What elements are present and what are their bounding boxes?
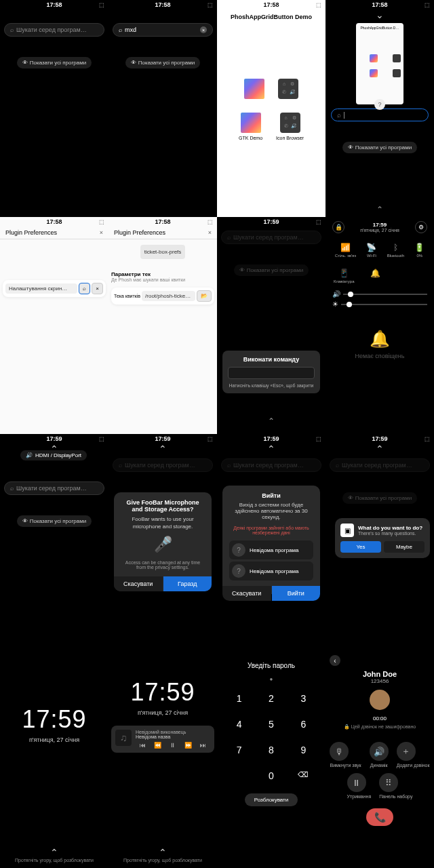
dnd-toggle[interactable]: 🔔	[370, 269, 380, 283]
keyboard-toggle[interactable]: 📱Клавіатура	[334, 269, 354, 283]
dialpad-button[interactable]: ⠿	[379, 773, 398, 792]
open-folder-button[interactable]: 📂	[197, 290, 212, 302]
status-time: 17:58	[46, 1, 62, 8]
call-duration: 00:00	[326, 715, 434, 722]
logout-button[interactable]: Вийти	[272, 586, 321, 601]
chevron-up-icon[interactable]: ⌃	[108, 443, 217, 454]
rewind-button[interactable]: ⏪	[154, 742, 161, 749]
pin-entry: Уведіть пароль ● 1 2 3 4 5 6 7 8 9 0 ⌫ Р…	[217, 651, 326, 868]
app-launcher[interactable]: ⌂⚙✆🔊	[278, 79, 298, 102]
audio-output-pill[interactable]: 🔊HDMI / DisplayPort	[20, 450, 87, 460]
battery-icon: 🔋	[414, 243, 425, 252]
hold-button[interactable]: ⏸	[347, 773, 366, 792]
bell-icon: 🔔	[326, 330, 434, 349]
keypad-3[interactable]: 3	[292, 690, 315, 707]
app-launcher[interactable]	[244, 79, 264, 102]
cancel-button[interactable]: Скасувати	[222, 586, 271, 601]
app-icon: ▣	[340, 524, 354, 537]
mute-button[interactable]: 🎙	[330, 742, 349, 761]
question-icon: ?	[232, 543, 245, 557]
chevron-up-icon[interactable]: ⌃	[108, 847, 217, 858]
keypad-4[interactable]: 4	[228, 716, 250, 732]
keypad-2[interactable]: 2	[260, 690, 282, 707]
app-icon: ⌂⚙✆🔊	[280, 113, 300, 133]
app-row: ?Невідома програма	[229, 561, 313, 580]
chevron-down-icon[interactable]: ⌄	[326, 9, 434, 20]
speaker-button[interactable]: 🔊	[370, 742, 389, 761]
clear-icon[interactable]: ×	[200, 26, 207, 33]
clock: 17:59	[0, 705, 108, 734]
close-icon[interactable]: ×	[208, 229, 212, 236]
dialog-title: Виконати команду	[228, 356, 315, 363]
brightness-slider[interactable]	[341, 304, 427, 305]
search-input[interactable]: ⌕ mxd ×	[113, 23, 213, 37]
show-all-apps-button[interactable]: 👁Показати усі програми	[17, 57, 92, 68]
handle-up-icon[interactable]: ⌃	[376, 205, 383, 214]
cancel-button[interactable]: Скасувати	[114, 576, 163, 591]
run-command-overlay: 17:59⬚ ⌕Шукати серед програм… 👁Показати …	[217, 217, 326, 434]
search-button[interactable]: ⌕	[79, 283, 90, 294]
ok-button[interactable]: Гаразд	[163, 576, 212, 591]
wifi-toggle[interactable]: 📡Wi-Fi	[366, 243, 376, 258]
search-input[interactable]: ⌕Шукати серед програм…	[4, 481, 104, 495]
handle-up-icon[interactable]: ⌃	[268, 416, 275, 426]
call-screen: ‹ John Doe 123456 00:00 🔒 Цей дзвінок не…	[326, 651, 434, 868]
notification-title: What do you want to do?	[358, 525, 422, 531]
dialog-title: Give FooBar Microphone and Storage Acces…	[121, 499, 205, 513]
command-input[interactable]	[228, 367, 315, 379]
remove-button[interactable]: ×	[92, 283, 103, 294]
settings-button[interactable]: ⚙	[415, 221, 427, 233]
permission-dialog: Give FooBar Microphone and Storage Acces…	[114, 492, 212, 591]
ticket-box-card[interactable]: ticket-box-prefs	[140, 245, 186, 259]
backspace-button[interactable]: ⌫	[292, 768, 315, 784]
show-all-apps-button[interactable]: 👁Показати усі програми	[342, 142, 417, 153]
keypad-9[interactable]: 9	[292, 742, 315, 758]
keypad-0[interactable]: 0	[260, 768, 282, 784]
window-title: Plugin Preferences	[114, 229, 165, 236]
keypad-7[interactable]: 7	[228, 742, 250, 758]
forward-button[interactable]: ⏩	[184, 742, 192, 749]
show-all-apps-button[interactable]: 👁Показати усі програми	[125, 57, 200, 68]
yes-button[interactable]: Yes	[340, 541, 381, 553]
close-icon[interactable]: ×	[100, 229, 103, 236]
show-all-apps-button[interactable]: 👁Показати усі програми	[17, 515, 92, 527]
brightness-icon: ☀	[332, 300, 338, 308]
hangup-button[interactable]: 📞	[366, 808, 393, 826]
keypad-8[interactable]: 8	[260, 742, 282, 758]
bluetooth-toggle[interactable]: ᛒBluetooth	[387, 243, 404, 258]
battery-icon: ⬚	[99, 2, 104, 8]
volume-icon: 🔊	[332, 290, 340, 298]
chevron-up-icon[interactable]: ⌃	[326, 443, 434, 454]
phone-icon: 📱	[334, 269, 354, 278]
next-button[interactable]: ⏭	[200, 742, 206, 749]
keypad-5[interactable]: 5	[260, 716, 282, 732]
cellular-toggle[interactable]: 📶Стіль. зв'яз	[335, 243, 356, 258]
media-widget[interactable]: ♫ Невідомий виконавець Невідома назва ⏮ …	[111, 726, 214, 753]
app-preview[interactable]: PhoshAppGridButton D… ?	[356, 23, 403, 104]
app-launcher[interactable]: ⌂⚙✆🔊Icon Browser	[276, 113, 304, 140]
volume-slider[interactable]	[343, 294, 427, 295]
notification-shade: 🔒 17:59 п'ятниця, 27 січня ⚙ 📶Стіль. зв'…	[326, 217, 434, 434]
cube-icon	[241, 113, 261, 133]
section-title: Параметри тек	[111, 271, 214, 277]
unlock-button[interactable]: Розблокувати	[245, 793, 298, 806]
field-label: Тека квитків	[114, 294, 140, 298]
lock-button[interactable]: 🔒	[332, 221, 344, 233]
prev-button[interactable]: ⏮	[140, 742, 146, 749]
search-input[interactable]: ⌕	[331, 108, 429, 121]
chevron-up-icon[interactable]: ⌃	[0, 847, 108, 858]
search-input[interactable]: ⌕ Шукати серед програм…	[4, 23, 104, 37]
keypad-1[interactable]: 1	[228, 690, 250, 707]
logout-dialog-panel: 17:59⬚ ⌃ ⌕Шукати серед програм… 👁Показат…	[217, 434, 326, 651]
keypad-6[interactable]: 6	[292, 716, 315, 732]
battery-toggle[interactable]: 🔋0%	[414, 243, 425, 258]
maybe-button[interactable]: Maybe	[384, 541, 425, 553]
add-call-button[interactable]: ＋	[397, 742, 416, 761]
app-launcher[interactable]: GTK Demo	[239, 113, 262, 140]
back-button[interactable]: ‹	[330, 655, 340, 666]
pause-button[interactable]: ⏸	[170, 742, 176, 749]
question-icon: ?	[374, 99, 385, 110]
folder-path-input[interactable]: /root/phosh-ticket-box	[142, 291, 195, 301]
notification-card[interactable]: ▣ What do you want to do? There's so man…	[335, 518, 430, 558]
chevron-up-icon[interactable]: ⌃	[217, 443, 326, 454]
